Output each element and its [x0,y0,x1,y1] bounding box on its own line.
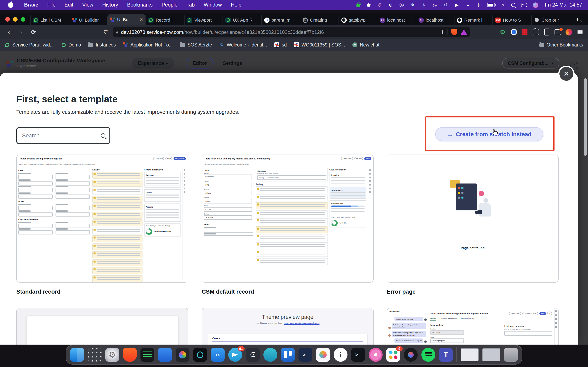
menu-bookmarks[interactable]: Bookmarks [127,2,153,8]
modal-close-button[interactable]: ✕ [558,66,575,82]
menu-app-name[interactable]: Brave [24,2,38,8]
rewards-orb-icon[interactable] [566,29,572,35]
tab-remark[interactable]: Remark i [454,15,493,25]
wallet-icon[interactable] [554,29,561,35]
share-icon[interactable]: ⬆ [440,29,444,35]
redlines-extension-icon[interactable] [521,29,528,35]
template-card-csm-chat[interactable]: Active chat How can I help you today? SA… [387,308,559,345]
bookmark-demo[interactable]: Demo [61,42,81,47]
dock-telegram-icon[interactable]: 61 [228,348,242,362]
bookmark-service-portal[interactable]: Service Portal wid... [5,42,54,47]
menu-help[interactable]: Help [231,2,241,8]
power-status-icon[interactable]: ⊙ [388,2,393,8]
scrollbar-thumb[interactable] [584,78,587,156]
shield-status-icon[interactable]: ⬟ [366,2,371,8]
bookmark-sos-aerzte-folder[interactable]: SOS Aerzte [180,42,212,47]
dock-finder-icon[interactable] [70,348,84,362]
new-tab-button[interactable]: + [576,16,579,24]
siri-status-icon[interactable] [533,2,538,8]
play-status-icon[interactable]: ▶ [454,2,459,8]
battery-status-icon[interactable] [487,3,495,7]
template-card-theme-preview[interactable]: Theme preview page Use this page to test… [202,308,374,345]
template-search-box[interactable] [16,127,110,144]
onepassword-extension-icon[interactable] [511,29,517,35]
dock-trash-icon[interactable] [504,348,518,362]
wifi-status-icon[interactable] [501,3,506,7]
snowflake-status-icon[interactable]: ✳ [421,2,426,8]
dock-files-app-icon[interactable] [158,348,172,362]
bookmark-page-icon[interactable]: ⛉ [101,29,110,35]
extensions-puzzle-icon[interactable] [533,29,539,35]
time-machine-status-icon[interactable]: ↺ [443,2,449,8]
dock-arc-browser-icon[interactable] [404,348,418,362]
spotlight-status-icon[interactable] [511,3,516,7]
control-center-status-icon[interactable] [521,3,527,7]
brave-shields-icon[interactable] [451,29,457,35]
reload-button[interactable]: ⟳ [29,28,38,36]
airdrop-status-icon[interactable]: ◎ [432,2,438,8]
page-scrollbar[interactable] [584,75,587,345]
menu-view[interactable]: View [82,2,93,8]
menu-clock[interactable]: Fri 24 Mar 14:57 [545,2,582,8]
tab-localhost-2[interactable]: Glocalhost [415,15,454,25]
zoom-window-button[interactable] [21,17,25,22]
dock-minimized-window-1[interactable] [461,348,479,361]
browser-menu-icon[interactable] [577,29,583,35]
template-card-blank-page[interactable] [16,308,188,345]
bookmark-welcome-identity[interactable]: ↻Welcome - Identit... [219,42,267,47]
bluetooth-status-icon[interactable]: ᛒ [476,2,482,8]
dock-activity-monitor-icon[interactable] [140,348,154,362]
bookmark-wo0011359[interactable]: WO0011359 | SOS... [294,42,345,47]
tab-search-chevron-icon[interactable]: ⌄ [579,17,583,23]
dock-powershell-icon[interactable]: >_ [298,348,312,362]
dock-minimized-window-2[interactable] [482,348,500,361]
dock-trello-icon[interactable] [281,348,295,362]
tab-ui-builder[interactable]: UI Builder [69,15,107,25]
menu-people[interactable]: People [162,2,178,8]
create-from-scratch-button[interactable]: → Create from scratch instead [435,127,543,141]
theming-link[interactable]: Learn more about theming experiences. [284,322,320,324]
dock-chat-app-icon[interactable] [263,348,277,362]
dock-swarm-app-icon[interactable] [316,348,330,362]
tab-ux-app[interactable]: UX App R [223,15,261,25]
tab-gatsby-repo[interactable]: gatsby/p [338,15,377,25]
back-button[interactable]: ‹ [4,29,14,35]
menu-window[interactable]: Window [204,2,222,8]
dock-power-app-icon[interactable] [193,348,207,362]
settings-tab[interactable]: Settings [223,60,242,66]
context-picker-button[interactable]: CSM Configurab...▼ [502,58,559,68]
tab-viewport[interactable]: Viewport [184,15,223,25]
gear-extension-icon[interactable]: ⚙ [499,29,506,35]
tab-localhost-1[interactable]: Glocalhost [377,15,415,25]
menu-history[interactable]: History [102,2,118,8]
bookmark-instances-folder[interactable]: Instances [88,42,116,47]
tab-crop[interactable]: Crop or r [531,15,570,25]
apple-menu-icon[interactable] [8,2,13,8]
dock-flower-app-icon[interactable] [369,348,383,362]
license-status-icon[interactable]: © [377,2,382,8]
address-bar[interactable]: 🔒︎ dev132078.service-now.com /now/builde… [113,27,470,37]
dock-spotify-icon[interactable] [421,348,435,362]
template-card-csm-default-record[interactable]: There is an issue with my my mobile data… [202,155,374,283]
dock-slack-icon[interactable]: 9 [386,348,400,362]
editor-tab[interactable]: Editor [186,58,214,68]
phone-sync-icon[interactable] [544,29,549,35]
tab-ui-builder-active[interactable]: UI Bu✕ [107,14,146,25]
menu-edit[interactable]: Edit [65,2,73,8]
menu-file[interactable]: File [47,2,56,8]
dock-photos-icon[interactable] [176,348,190,362]
dock-system-settings-icon[interactable]: ⚙ [105,348,119,362]
bat-rewards-icon[interactable] [461,29,467,35]
experience-menu-button[interactable]: Experience ▼ [132,58,174,68]
minimize-window-button[interactable] [13,17,17,22]
tab-record[interactable]: Record | [146,15,184,25]
dock-terminal-icon[interactable]: >_ [351,348,365,362]
dock-teams-icon[interactable]: T [439,348,453,362]
dock-vscode-icon[interactable]: ‹› [211,348,225,362]
forward-button[interactable]: › [16,29,26,35]
template-card-error-page[interactable]: Page not found [387,155,559,283]
template-card-standard-record[interactable]: Router crashed during firmware upgrade C… [16,155,188,283]
close-window-button[interactable] [5,17,10,22]
close-tab-icon[interactable]: ✕ [139,17,143,22]
dock-launchpad-icon[interactable] [88,348,102,362]
